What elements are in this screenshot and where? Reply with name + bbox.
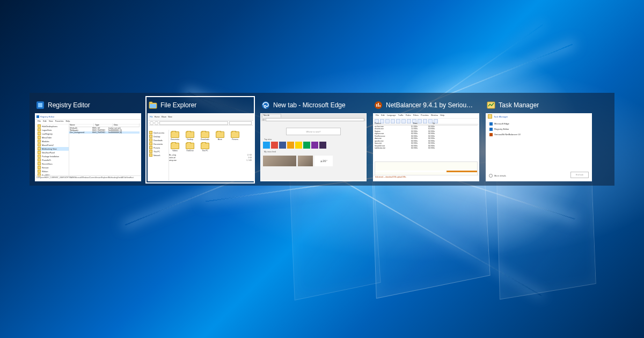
explorer-folder-item: This PC xyxy=(199,143,211,152)
explorer-sidebar-item: Documents xyxy=(149,142,167,146)
explorer-folder-item: Videos xyxy=(169,143,181,152)
mini-window-title: Registry Editor xyxy=(40,115,54,118)
feed-thumbnail xyxy=(298,156,313,166)
thumb-title: Task Manager xyxy=(499,101,539,109)
switcher-window-task-manager[interactable]: Task Manager Task Manager Microsoft Edge… xyxy=(485,97,592,182)
end-task-button: End task xyxy=(570,172,589,178)
alt-tab-switcher[interactable]: Registry Editor Registry Editor File Edi… xyxy=(30,93,614,186)
edge-search-box: Where to next? xyxy=(286,128,341,135)
thumb-title: Registry Editor xyxy=(48,101,90,109)
desktop-wallpaper: Registry Editor Registry Editor File Edi… xyxy=(0,0,644,338)
explorer-folder-item: Music xyxy=(214,131,226,141)
switcher-window-registry-editor[interactable]: Registry Editor Registry Editor File Edi… xyxy=(34,97,141,182)
registry-values: Name Type Data (Default)REG_SZ(value not… xyxy=(69,123,140,177)
explorer-sidebar-item: Quick access xyxy=(149,131,167,135)
registry-tree-node: Package Installation xyxy=(38,155,69,158)
registry-tree-node: LogonStats xyxy=(38,128,69,132)
top-site-tile xyxy=(287,142,294,149)
explorer-folder-item: Downloads xyxy=(199,131,211,141)
explorer-file-item: setup.exe1.2 MB xyxy=(169,159,252,162)
thumb-preview: File Home Share View Quick accessDesktop… xyxy=(148,113,254,181)
thumb-title: File Explorer xyxy=(160,101,196,109)
mini-menubar: FileEditLanguageTrafficRulesFiltersPrior… xyxy=(374,114,479,119)
svg-rect-3 xyxy=(149,102,152,104)
tm-process-item: SeriousBit NetBalancer UI xyxy=(489,132,588,137)
registry-tree-node: MenuOrder xyxy=(38,136,69,139)
registry-tree-node: PhotoExPr xyxy=(38,158,69,162)
thumb-preview: Task Manager Microsoft EdgeRegistry Edit… xyxy=(486,113,592,181)
explorer-sidebar-item: Downloads xyxy=(149,138,167,142)
registry-status-bar: Computer\HKEY_CURRENT_USER\SOFTWARE\Micr… xyxy=(35,175,141,181)
explorer-folder-item: Desktop xyxy=(184,131,196,141)
explorer-sidebar: Quick accessDesktopDownloadsDocumentsPic… xyxy=(148,130,169,181)
thumb-title: NetBalancer 9.4.1 by Seriou… xyxy=(386,101,473,109)
more-details-toggle: More details xyxy=(489,174,506,178)
netbalancer-icon xyxy=(374,101,383,109)
switcher-window-edge[interactable]: New tab - Microsoft Edge New tab Where t… xyxy=(259,97,367,182)
top-site-tile xyxy=(319,142,326,149)
nb-status-bar: Unlicensed — download 0 B/s upload 0 B/s xyxy=(374,175,479,181)
mini-titlebar: Registry Editor xyxy=(35,114,141,120)
nb-process-table: Process Down Up svchost.exe0.1 KB/s0.0 K… xyxy=(374,122,479,155)
explorer-sidebar-item: This PC xyxy=(149,150,167,153)
top-site-tile xyxy=(263,142,270,149)
explorer-folder-item: Documents xyxy=(169,131,181,141)
edge-new-tab-page: Where to next? Top sites My news feed ☀ … xyxy=(261,121,366,181)
top-site-tile xyxy=(311,142,318,149)
svg-rect-1 xyxy=(38,103,42,107)
explorer-content: DocumentsDesktopDownloadsMusicPicturesVi… xyxy=(167,130,253,181)
registry-tree-node: RecentDocs xyxy=(38,162,69,166)
top-site-tile xyxy=(279,142,286,149)
registry-value-row: Dim_backgroundREG_DWORD0x00000000 (0) xyxy=(69,131,140,134)
registry-tree-node: Modules xyxy=(38,139,69,143)
explorer-sidebar-item: Pictures xyxy=(149,146,167,150)
thumb-header: NetBalancer 9.4.1 by Seriou… xyxy=(373,98,478,113)
explorer-address-bar xyxy=(148,121,253,126)
explorer-icon xyxy=(149,101,157,109)
top-site-tile xyxy=(271,142,278,149)
explorer-ribbon: File Home Share View xyxy=(148,114,253,121)
explorer-sidebar-item: Network xyxy=(149,153,167,157)
thumb-preview: FileEditLanguageTrafficRulesFiltersPrior… xyxy=(373,113,479,181)
thumb-header: Task Manager xyxy=(486,98,591,113)
registry-tree-node: MountPoints2 xyxy=(38,143,69,147)
registry-tree-node: LowRegistry xyxy=(38,132,69,136)
thumb-title: New tab - Microsoft Edge xyxy=(273,101,346,109)
registry-tree-node: Ribbon xyxy=(38,170,69,173)
svg-rect-4 xyxy=(150,104,156,108)
explorer-folder-item: Pictures xyxy=(229,131,241,141)
thumb-preview: Registry Editor File Edit View Favorites… xyxy=(35,113,141,181)
section-label: Top sites xyxy=(264,138,364,141)
thumb-header: New tab - Microsoft Edge xyxy=(260,98,365,113)
registry-tree-node: HideDesktopIcons xyxy=(38,124,69,128)
switcher-window-netbalancer[interactable]: NetBalancer 9.4.1 by Seriou… FileEditLan… xyxy=(372,97,479,182)
registry-tree: HideDesktopIconsLogonStatsLowRegistryMen… xyxy=(36,123,69,177)
taskmgr-icon xyxy=(487,101,495,109)
tm-process-item: Microsoft Edge xyxy=(489,121,588,127)
thumb-preview: New tab Where to next? Top sites My news… xyxy=(260,113,367,181)
mini-window-title: Task Manager xyxy=(494,115,508,118)
browser-tab: New tab xyxy=(262,114,281,117)
top-site-tile xyxy=(303,142,310,149)
tm-process-item: Registry Editor xyxy=(489,127,588,132)
mini-titlebar: Task Manager xyxy=(486,114,591,119)
section-label: My news feed xyxy=(264,151,364,153)
registry-icon xyxy=(36,101,45,109)
registry-tree-node: Multitasking View xyxy=(38,147,69,151)
registry-tree-node: NewStartPanel xyxy=(38,151,69,155)
registry-tree-node: Remote xyxy=(38,166,69,170)
nb-process-row: taskhostw.exe0.0 KB/s0.0 KB/s xyxy=(375,147,478,150)
switcher-window-file-explorer[interactable]: File Explorer File Home Share View Quick… xyxy=(147,97,254,182)
explorer-sidebar-item: Desktop xyxy=(149,135,167,138)
weather-widget: ☀ 26° xyxy=(314,156,333,166)
thumb-header: File Explorer xyxy=(148,98,253,113)
nb-graph xyxy=(375,161,478,175)
edge-icon xyxy=(261,101,270,109)
edge-chrome: New tab xyxy=(261,114,366,122)
top-site-tile xyxy=(295,142,302,149)
tm-process-list: Microsoft EdgeRegistry EditorSeriousBit … xyxy=(486,119,591,139)
explorer-folder-item: OneDrive xyxy=(184,143,196,152)
feed-thumbnail xyxy=(263,156,296,166)
thumb-header: Registry Editor xyxy=(35,98,140,113)
